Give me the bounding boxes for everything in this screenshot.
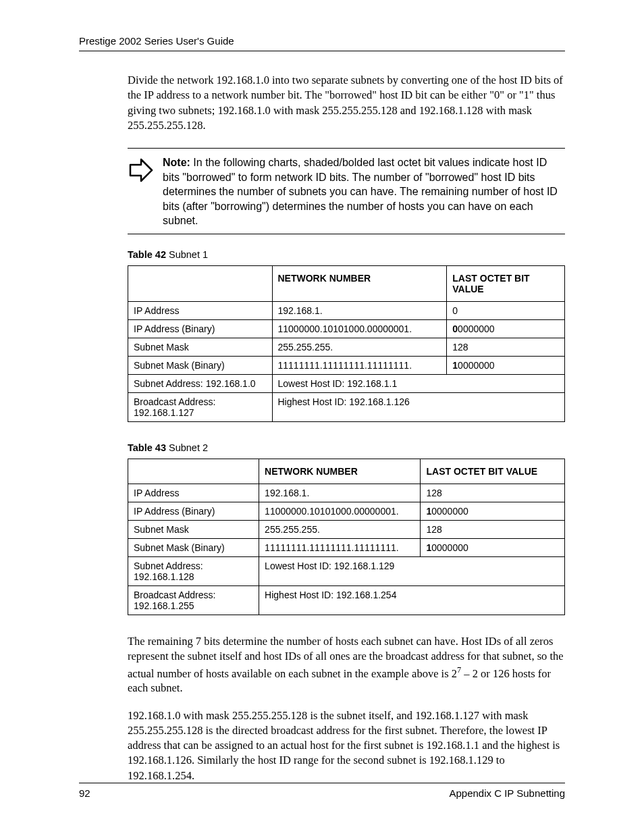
table-header-row: NETWORK NUMBER LAST OCTET BIT VALUE bbox=[128, 266, 565, 302]
page-number: 92 bbox=[79, 787, 90, 799]
cell: Lowest Host ID: 192.168.1.1 bbox=[272, 375, 565, 393]
cell: 255.255.255. bbox=[272, 338, 447, 357]
cell: 255.255.255. bbox=[259, 521, 421, 539]
table42-head-blank bbox=[128, 266, 273, 302]
cell: 11111111.11111111.11111111. bbox=[259, 539, 421, 557]
table-row: Subnet Mask (Binary) 11111111.11111111.1… bbox=[128, 357, 565, 375]
table-row: IP Address 192.168.1. 0 bbox=[128, 302, 565, 320]
table43-caption: Table 43 Subnet 2 bbox=[128, 442, 565, 453]
cell: Broadcast Address: 192.168.1.127 bbox=[128, 393, 273, 422]
table-row: Subnet Mask 255.255.255. 128 bbox=[128, 338, 565, 357]
table43-head-octet: LAST OCTET BIT VALUE bbox=[421, 459, 565, 484]
cell: 128 bbox=[447, 338, 565, 357]
cell: Broadcast Address: 192.168.1.255 bbox=[128, 586, 259, 615]
cell: Subnet Mask bbox=[128, 521, 259, 539]
cell: Subnet Mask (Binary) bbox=[128, 539, 259, 557]
cell: 10000000 bbox=[421, 502, 565, 521]
cell: Subnet Mask (Binary) bbox=[128, 357, 273, 375]
table-row: Subnet Mask (Binary) 11111111.11111111.1… bbox=[128, 539, 565, 557]
page: Prestige 2002 Series User's Guide Divide… bbox=[0, 0, 644, 834]
cell: 192.168.1. bbox=[272, 302, 447, 320]
table43-caption-label: Table 43 bbox=[128, 442, 166, 453]
note-text: Note: In the following charts, shaded/bo… bbox=[163, 155, 565, 228]
table42: NETWORK NUMBER LAST OCTET BIT VALUE IP A… bbox=[128, 265, 565, 422]
note-bottom-rule bbox=[128, 234, 565, 234]
cell: 192.168.1. bbox=[259, 484, 421, 502]
note-body: In the following charts, shaded/bolded l… bbox=[163, 157, 558, 226]
cell: IP Address bbox=[128, 484, 259, 502]
cell: Highest Host ID: 192.168.1.254 bbox=[259, 586, 565, 615]
table42-caption: Table 42 Subnet 1 bbox=[128, 249, 565, 260]
table-row: Subnet Mask 255.255.255. 128 bbox=[128, 521, 565, 539]
section-title: Appendix C IP Subnetting bbox=[449, 787, 565, 799]
cell: 00000000 bbox=[447, 320, 565, 338]
cell: 0 bbox=[447, 302, 565, 320]
table42-head-network: NETWORK NUMBER bbox=[272, 266, 447, 302]
cell: Highest Host ID: 192.168.1.126 bbox=[272, 393, 565, 422]
note-label: Note: bbox=[163, 157, 190, 168]
table43: NETWORK NUMBER LAST OCTET BIT VALUE IP A… bbox=[128, 459, 565, 615]
range-paragraph: 192.168.1.0 with mask 255.255.255.128 is… bbox=[79, 708, 565, 783]
table43-head-blank bbox=[128, 459, 259, 484]
cell: IP Address (Binary) bbox=[128, 502, 259, 521]
arrow-right-icon bbox=[128, 157, 155, 186]
table42-head-octet: LAST OCTET BIT VALUE bbox=[447, 266, 565, 302]
cell: Subnet Mask bbox=[128, 338, 273, 357]
cell: 11000000.10101000.00000001. bbox=[272, 320, 447, 338]
cell: Subnet Address: 192.168.1.0 bbox=[128, 375, 273, 393]
cell: 10000000 bbox=[447, 357, 565, 375]
cell: IP Address (Binary) bbox=[128, 320, 273, 338]
cell: 11111111.11111111.11111111. bbox=[272, 357, 447, 375]
hosts-paragraph: The remaining 7 bits determine the numbe… bbox=[79, 634, 565, 696]
cell: Subnet Address: 192.168.1.128 bbox=[128, 557, 259, 586]
table42-caption-label: Table 42 bbox=[128, 249, 166, 260]
cell: 10000000 bbox=[421, 539, 565, 557]
table-row: IP Address 192.168.1. 128 bbox=[128, 484, 565, 502]
cell: Lowest Host ID: 192.168.1.129 bbox=[259, 557, 565, 586]
intro-paragraph: Divide the network 192.168.1.0 into two … bbox=[79, 73, 565, 133]
running-head: Prestige 2002 Series User's Guide bbox=[79, 35, 565, 51]
cell: 128 bbox=[421, 484, 565, 502]
table-row: IP Address (Binary) 11000000.10101000.00… bbox=[128, 320, 565, 338]
table-row: Subnet Address: 192.168.1.128 Lowest Hos… bbox=[128, 557, 565, 586]
cell: 11000000.10101000.00000001. bbox=[259, 502, 421, 521]
table-row: Broadcast Address: 192.168.1.127 Highest… bbox=[128, 393, 565, 422]
table43-head-network: NETWORK NUMBER bbox=[259, 459, 421, 484]
table-row: Broadcast Address: 192.168.1.255 Highest… bbox=[128, 586, 565, 615]
table42-caption-title: Subnet 1 bbox=[166, 249, 208, 260]
table-header-row: NETWORK NUMBER LAST OCTET BIT VALUE bbox=[128, 459, 565, 484]
cell: IP Address bbox=[128, 302, 273, 320]
table-row: Subnet Address: 192.168.1.0 Lowest Host … bbox=[128, 375, 565, 393]
page-footer: 92 Appendix C IP Subnetting bbox=[79, 783, 565, 799]
note-block: Note: In the following charts, shaded/bo… bbox=[128, 153, 565, 234]
table43-caption-title: Subnet 2 bbox=[166, 442, 208, 453]
note-top-rule bbox=[128, 148, 565, 149]
cell: 128 bbox=[421, 521, 565, 539]
table-row: IP Address (Binary) 11000000.10101000.00… bbox=[128, 502, 565, 521]
